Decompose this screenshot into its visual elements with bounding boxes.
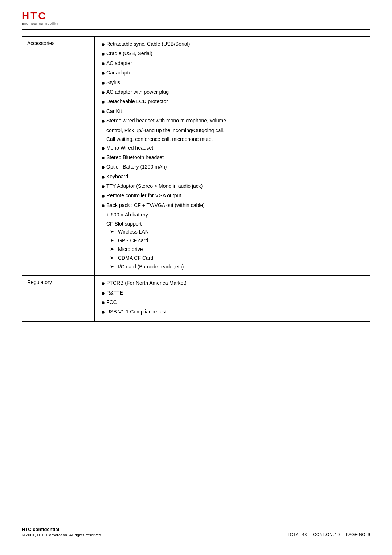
- regulatory-row: Regulatory ● PTCRB (For North America Ma…: [22, 276, 370, 322]
- header: HTC Engineering Mobility: [22, 11, 370, 30]
- arrow-icon: ➤: [110, 237, 118, 244]
- list-item: ● Mono Wired headset: [100, 144, 365, 153]
- stereo-wired-line2: control, Pick up/Hang up the incoming/Ou…: [106, 127, 365, 134]
- list-item: ➤ Micro drive: [110, 246, 365, 253]
- bullet-icon: ●: [100, 182, 106, 191]
- list-item: ● Back pack : CF + TV/VGA out (within ca…: [100, 202, 365, 210]
- bullet-icon: ●: [100, 117, 106, 125]
- bullet-icon: ●: [100, 163, 106, 171]
- logo-container: HTC Engineering Mobility: [22, 11, 58, 25]
- stereo-wired-line3: Call waiting, conference call, microphon…: [106, 135, 365, 143]
- list-item: ● Stereo Bluetooth headset: [100, 154, 365, 162]
- regulatory-label: Regulatory: [22, 276, 95, 322]
- list-item: ● Option Battery (1200 mAh): [100, 163, 365, 171]
- bullet-icon: ●: [100, 299, 106, 307]
- list-item: ● Keyboard: [100, 173, 365, 181]
- footer-copyright: © 2001, HTC Corporation. All rights rese…: [22, 533, 102, 537]
- bullet-icon: ●: [100, 289, 106, 297]
- bullet-icon: ●: [100, 79, 106, 87]
- footer-total: TOTAL 43: [287, 532, 307, 537]
- accessories-bullet-list-2: ● Mono Wired headset ● Stereo Bluetooth …: [100, 144, 365, 210]
- list-item: ● Cradle (USB, Serial): [100, 50, 365, 58]
- arrow-icon: ➤: [110, 263, 118, 270]
- list-item: ➤ I/O card (Barcode reader,etc): [110, 263, 365, 271]
- list-item: ● Retractable sync. Cable (USB/Serial): [100, 40, 365, 49]
- bullet-icon: ●: [100, 69, 106, 77]
- bullet-icon: ●: [100, 40, 106, 49]
- bullet-icon: ●: [100, 192, 106, 200]
- footer-page-no: PAGE NO. 9: [346, 532, 370, 537]
- cf-slot-section: CF Slot support ➤ Wireless LAN ➤ GPS CF …: [106, 221, 365, 271]
- list-item: ● TTY Adaptor (Stereo > Mono in audio ja…: [100, 182, 365, 191]
- bullet-icon: ●: [100, 108, 106, 116]
- footer-top: HTC confidential © 2001, HTC Corporation…: [22, 527, 370, 539]
- list-item: ● R&TTE: [100, 289, 365, 297]
- footer-confidential: HTC confidential: [22, 527, 102, 532]
- cf-slot-label: CF Slot support: [106, 221, 365, 227]
- regulatory-content: ● PTCRB (For North America Market) ● R&T…: [95, 276, 370, 322]
- list-item: ● Detacheable LCD protector: [100, 98, 365, 106]
- logo-htc: HTC: [22, 11, 47, 21]
- list-item: ➤ GPS CF card: [110, 237, 365, 244]
- bullet-icon: ●: [100, 88, 106, 97]
- bullet-icon: ●: [100, 308, 106, 316]
- accessories-bullet-list: ● Retractable sync. Cable (USB/Serial) ●…: [100, 40, 365, 126]
- list-item: ● USB V1.1 Compliance test: [100, 308, 365, 316]
- list-item: ● FCC: [100, 299, 365, 307]
- battery-line: + 600 mAh battery: [106, 211, 365, 219]
- bullet-icon: ●: [100, 60, 106, 68]
- list-item: ● AC adapter: [100, 60, 365, 68]
- accessories-label: Accessories: [22, 37, 95, 276]
- bullet-icon: ●: [100, 50, 106, 58]
- footer-right: TOTAL 43 CONT.ON. 10 PAGE NO. 9: [287, 532, 370, 537]
- accessories-content: ● Retractable sync. Cable (USB/Serial) ●…: [95, 37, 370, 276]
- cf-arrow-list: ➤ Wireless LAN ➤ GPS CF card ➤ Micro dri…: [110, 228, 365, 271]
- footer-cont-on: CONT.ON. 10: [313, 532, 340, 537]
- main-table: Accessories ● Retractable sync. Cable (U…: [22, 36, 370, 322]
- accessories-row: Accessories ● Retractable sync. Cable (U…: [22, 37, 370, 276]
- list-item: ● Car Kit: [100, 108, 365, 116]
- footer-left: HTC confidential © 2001, HTC Corporation…: [22, 527, 102, 537]
- list-item: ● PTCRB (For North America Market): [100, 279, 365, 288]
- arrow-icon: ➤: [110, 254, 118, 262]
- list-item: ● Car adapter: [100, 69, 365, 77]
- bullet-icon: ●: [100, 154, 106, 162]
- bullet-icon: ●: [100, 173, 106, 181]
- footer: HTC confidential © 2001, HTC Corporation…: [22, 527, 370, 540]
- arrow-icon: ➤: [110, 228, 118, 235]
- regulatory-bullet-list: ● PTCRB (For North America Market) ● R&T…: [100, 279, 365, 317]
- bullet-icon: ●: [100, 279, 106, 288]
- list-item-stereo-wired: ● Stereo wired headset with mono microph…: [100, 117, 365, 125]
- arrow-icon: ➤: [110, 246, 118, 253]
- bullet-icon: ●: [100, 98, 106, 106]
- page-wrapper: HTC Engineering Mobility Accessories ● R…: [0, 0, 392, 555]
- bullet-icon: ●: [100, 144, 106, 153]
- logo-subtitle: Engineering Mobility: [22, 22, 58, 25]
- list-item: ● Stylus: [100, 79, 365, 87]
- bullet-icon: ●: [100, 202, 106, 210]
- list-item: ➤ Wireless LAN: [110, 228, 365, 236]
- list-item: ➤ CDMA CF Card: [110, 254, 365, 262]
- list-item: ● AC adapter with power plug: [100, 88, 365, 97]
- list-item: ● Remote controller for VGA output: [100, 192, 365, 200]
